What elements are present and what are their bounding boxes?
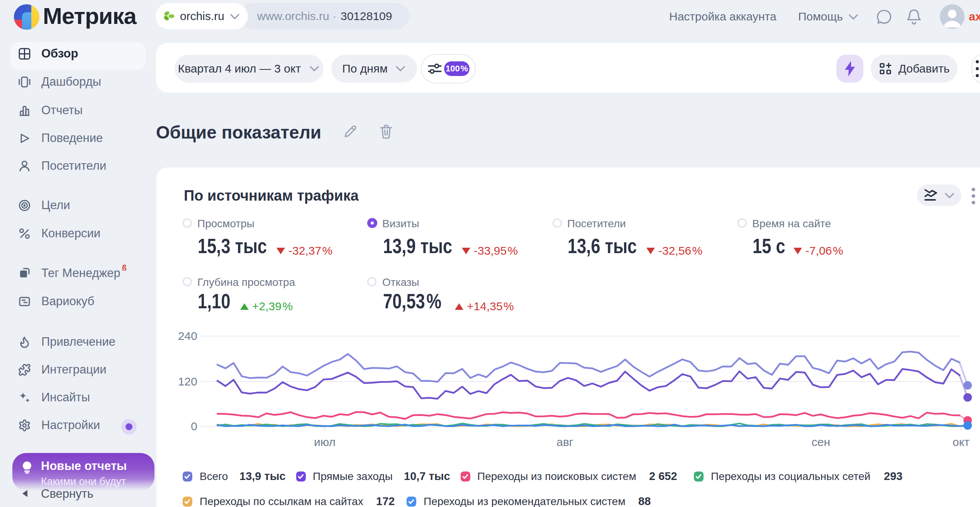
svg-text:0: 0 bbox=[191, 420, 197, 433]
svg-text:240: 240 bbox=[178, 330, 197, 342]
svg-text:120: 120 bbox=[178, 375, 197, 388]
svg-text:авг: авг bbox=[556, 436, 573, 448]
svg-text:сен: сен bbox=[812, 436, 830, 448]
svg-text:окт: окт bbox=[953, 436, 970, 448]
svg-text:июл: июл bbox=[314, 436, 336, 448]
